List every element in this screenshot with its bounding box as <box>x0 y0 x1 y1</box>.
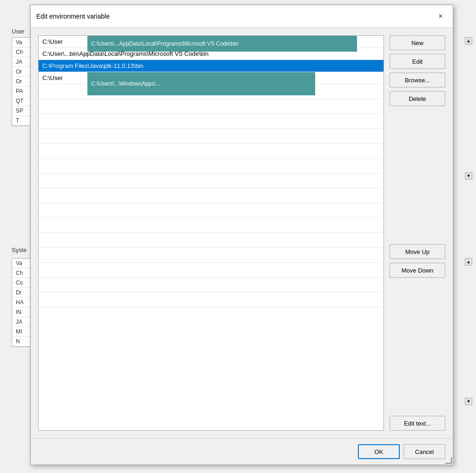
list-item[interactable] <box>39 159 383 173</box>
button-spacer <box>390 110 445 240</box>
dialog-title: Edit environment variable <box>36 13 110 20</box>
user-section-label: User <box>12 28 24 35</box>
system-scroll-up[interactable]: ▲ <box>465 258 472 266</box>
edit-button[interactable]: Edit <box>390 54 445 69</box>
browse-button[interactable]: Browse... <box>390 73 445 87</box>
move-down-button[interactable]: Move Down <box>390 263 445 278</box>
dialog-titlebar: Edit environment variable × <box>31 5 453 28</box>
system-scroll-down[interactable]: ▼ <box>465 398 472 405</box>
list-item[interactable] <box>39 144 383 159</box>
list-item[interactable] <box>39 233 383 248</box>
list-item[interactable] <box>39 248 383 263</box>
path-list-box[interactable]: C:\User C:\Users\...AppData\Local\Progra… <box>39 36 383 430</box>
new-button[interactable]: New <box>390 35 445 50</box>
delete-button[interactable]: Delete <box>390 91 445 106</box>
list-item-text: C:\User <box>42 74 63 81</box>
list-item-selected[interactable]: C:\Program Files\Java\jdk-11.0.13\bin <box>39 60 383 72</box>
list-item[interactable] <box>39 114 383 129</box>
path-list-container: C:\User C:\Users\...AppData\Local\Progra… <box>38 35 384 431</box>
close-button[interactable]: × <box>434 10 447 23</box>
edit-env-var-dialog: Edit environment variable × C:\User C:\U… <box>30 5 453 465</box>
list-item[interactable] <box>39 129 383 144</box>
dialog-content: C:\User C:\Users\...AppData\Local\Progra… <box>31 28 453 438</box>
edit-text-button[interactable]: Edit text... <box>390 416 445 431</box>
list-item[interactable] <box>39 84 383 99</box>
list-item[interactable] <box>39 218 383 233</box>
list-item-text: C:\User <box>42 38 63 45</box>
ok-button[interactable]: OK <box>358 444 400 459</box>
list-item[interactable] <box>39 263 383 278</box>
list-item[interactable] <box>39 99 383 114</box>
move-up-button[interactable]: Move Up <box>390 244 445 259</box>
list-item-text: C:\Program Files\Java\jdk-11.0.13\bin <box>42 62 143 69</box>
buttons-panel: New Edit Browse... Delete Move Up Move D… <box>390 35 445 431</box>
list-item[interactable] <box>39 173 383 188</box>
list-item[interactable]: C:\User C:\Users\...AppData\Local\Progra… <box>39 36 383 48</box>
button-spacer-2 <box>390 281 445 412</box>
dialog-footer: OK Cancel <box>31 438 453 465</box>
list-item[interactable] <box>39 293 383 307</box>
user-scroll-down[interactable]: ▼ <box>465 172 472 180</box>
list-item[interactable] <box>39 278 383 293</box>
list-item[interactable]: C:\User C:\Users\...WindowsApps\... <box>39 72 383 84</box>
system-section-label: Syste <box>12 246 27 253</box>
list-item[interactable]: C:\User\...bin\AppData\Local\Programs\Mi… <box>39 48 383 60</box>
user-scroll-up[interactable]: ▲ <box>465 37 472 45</box>
resize-handle[interactable] <box>445 457 451 463</box>
list-item[interactable] <box>39 188 383 203</box>
list-item-text: C:\User\...bin\AppData\Local\Programs\Mi… <box>42 50 209 57</box>
list-item[interactable] <box>39 203 383 218</box>
cancel-button[interactable]: Cancel <box>403 444 445 459</box>
